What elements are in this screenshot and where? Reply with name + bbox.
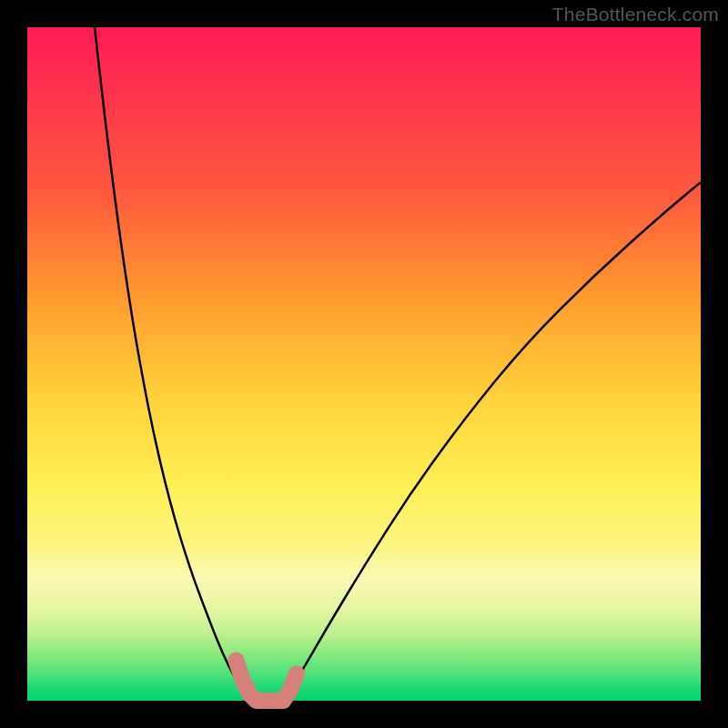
- left-curve-path: [95, 27, 257, 701]
- curve-layer: [27, 27, 701, 701]
- watermark-text: TheBottleneck.com: [552, 4, 719, 25]
- chart-frame: TheBottleneck.com: [0, 0, 728, 728]
- right-curve-path: [283, 182, 701, 701]
- highlight-path: [236, 661, 297, 701]
- plot-area: [27, 27, 701, 701]
